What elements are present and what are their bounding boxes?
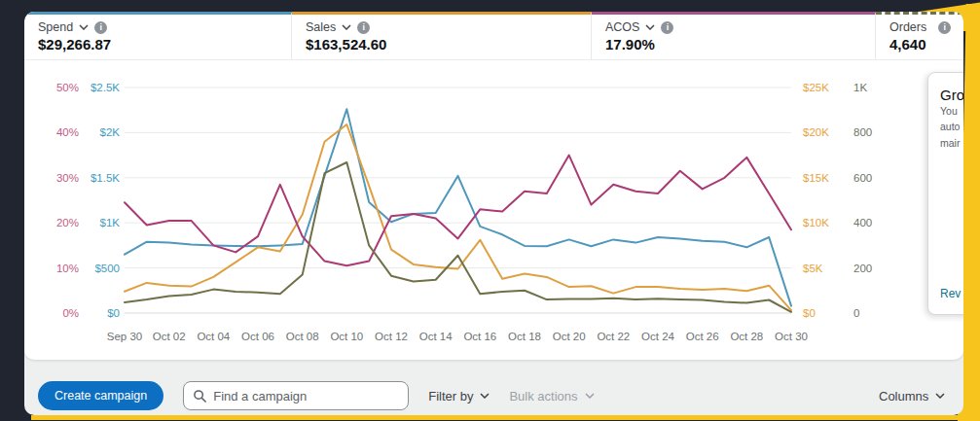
svg-text:$2K: $2K <box>100 126 121 138</box>
bulk-actions-dropdown[interactable]: Bulk actions <box>509 389 594 403</box>
search-input[interactable] <box>213 382 403 409</box>
search-icon <box>193 389 207 403</box>
metric-label: Orders <box>889 20 926 34</box>
series-line-sales <box>125 124 791 310</box>
svg-text:Oct 04: Oct 04 <box>197 331 230 342</box>
info-icon[interactable]: i <box>357 21 370 34</box>
metric-value: 4,640 <box>889 36 950 53</box>
series-line-acos <box>125 156 791 266</box>
svg-text:Oct 26: Oct 26 <box>686 331 719 342</box>
svg-text:$1.5K: $1.5K <box>91 172 120 184</box>
svg-text:Oct 10: Oct 10 <box>330 331 363 342</box>
bulk-actions-label: Bulk actions <box>509 389 577 403</box>
columns-label: Columns <box>879 389 928 403</box>
metric-label: Spend <box>38 20 73 34</box>
svg-text:Oct 14: Oct 14 <box>419 331 453 342</box>
columns-dropdown[interactable]: Columns <box>879 389 945 403</box>
recommendation-card: Gro You auto mair Rev <box>927 72 963 315</box>
svg-text:$2.5K: $2.5K <box>91 82 120 93</box>
svg-text:$25K: $25K <box>803 82 829 93</box>
svg-text:0%: 0% <box>62 307 79 319</box>
svg-text:$500: $500 <box>94 263 120 274</box>
metric-label: ACOS <box>605 20 639 34</box>
svg-text:600: 600 <box>853 172 872 184</box>
chart-area: 0%$0$0010%$500$5K20020%$1K$10K40030%$1.5… <box>24 60 963 364</box>
metric-card-orders: Ordersi4,640 <box>876 12 963 59</box>
svg-text:$15K: $15K <box>803 172 829 184</box>
campaigns-toolbar: Create campaign Filter by Bulk actions C… <box>24 377 963 414</box>
chevron-down-icon <box>585 393 595 399</box>
metric-dropdown[interactable]: Ordersi <box>889 20 950 34</box>
yellow-accent-bottom <box>31 415 963 420</box>
create-campaign-button[interactable]: Create campaign <box>38 381 163 410</box>
svg-text:200: 200 <box>853 263 872 274</box>
metric-value: $29,266.87 <box>38 36 277 53</box>
filter-by-dropdown[interactable]: Filter by <box>428 389 490 403</box>
metric-dropdown[interactable]: Spendi <box>38 20 277 34</box>
svg-text:1K: 1K <box>853 82 867 93</box>
review-link[interactable]: Rev <box>940 287 961 300</box>
metrics-chart-card: Spendi$29,266.87Salesi$163,524.60ACOSi17… <box>24 12 963 360</box>
svg-text:Oct 20: Oct 20 <box>553 331 586 342</box>
chevron-down-icon <box>79 24 89 30</box>
recommendation-text-line: auto <box>940 119 963 134</box>
svg-text:$10K: $10K <box>803 217 829 228</box>
svg-text:Sep 30: Sep 30 <box>107 331 142 342</box>
svg-text:Oct 02: Oct 02 <box>153 331 186 342</box>
info-icon[interactable]: i <box>94 21 107 34</box>
svg-text:$5K: $5K <box>803 263 823 274</box>
chevron-down-icon <box>935 393 945 399</box>
svg-text:10%: 10% <box>56 263 79 274</box>
info-icon[interactable]: i <box>938 21 951 34</box>
metric-value: $163,524.60 <box>306 36 577 53</box>
series-line-spend <box>125 109 791 305</box>
metric-card-acos: ACOSi17.90% <box>592 12 876 59</box>
svg-text:Oct 30: Oct 30 <box>775 331 808 342</box>
svg-text:Oct 12: Oct 12 <box>375 331 408 342</box>
svg-text:Oct 08: Oct 08 <box>286 331 319 342</box>
svg-text:30%: 30% <box>56 172 79 184</box>
svg-text:Oct 06: Oct 06 <box>241 331 274 342</box>
recommendation-text-line: You <box>940 103 963 119</box>
svg-text:Oct 22: Oct 22 <box>597 331 630 342</box>
recommendation-text-line: mair <box>940 135 963 151</box>
svg-text:$1K: $1K <box>100 217 121 228</box>
metric-dropdown[interactable]: ACOSi <box>605 20 861 34</box>
metric-label: Sales <box>306 20 336 34</box>
campaign-search[interactable] <box>183 381 409 410</box>
svg-text:Oct 28: Oct 28 <box>730 331 763 342</box>
svg-text:0: 0 <box>853 307 859 319</box>
chevron-down-icon <box>645 24 655 30</box>
info-icon[interactable]: i <box>661 21 673 34</box>
metric-card-spend: Spendi$29,266.87 <box>24 12 292 59</box>
toolbar-right-group: Columns Date ra <box>879 377 963 414</box>
svg-text:50%: 50% <box>56 82 79 93</box>
metric-value: 17.90% <box>605 36 861 53</box>
performance-line-chart: 0%$0$0010%$500$5K20020%$1K$10K40030%$1.5… <box>32 72 913 360</box>
svg-text:800: 800 <box>853 126 872 138</box>
svg-text:40%: 40% <box>56 126 79 138</box>
chevron-down-icon <box>480 393 490 399</box>
svg-text:400: 400 <box>853 217 872 228</box>
metric-card-sales: Salesi$163,524.60 <box>292 12 592 59</box>
recommendation-title: Gro <box>940 87 963 103</box>
filter-by-label: Filter by <box>428 389 473 403</box>
chevron-down-icon <box>342 24 351 30</box>
svg-text:Oct 24: Oct 24 <box>641 331 674 342</box>
svg-text:$0: $0 <box>803 307 816 319</box>
svg-text:$0: $0 <box>107 307 120 319</box>
metric-dropdown[interactable]: Salesi <box>306 20 577 34</box>
svg-text:20%: 20% <box>56 217 79 228</box>
svg-text:Oct 18: Oct 18 <box>508 331 541 342</box>
metrics-row: Spendi$29,266.87Salesi$163,524.60ACOSi17… <box>24 12 963 60</box>
svg-text:Oct 16: Oct 16 <box>463 331 496 342</box>
svg-text:$20K: $20K <box>803 126 829 138</box>
campaign-dashboard-window: Spendi$29,266.87Salesi$163,524.60ACOSi17… <box>24 12 963 415</box>
